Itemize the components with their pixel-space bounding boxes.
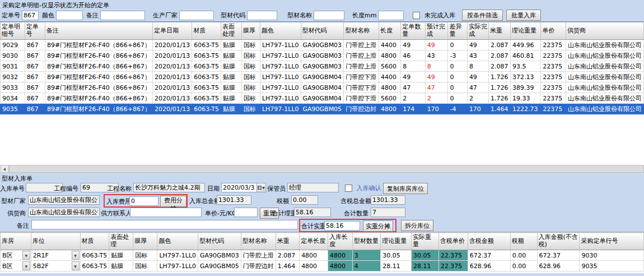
cell[interactable]: 170 <box>425 104 448 114</box>
cell[interactable]: 22375 <box>541 104 566 114</box>
cell[interactable]: 5600 <box>379 61 401 72</box>
table-row[interactable]: 903086789#门框型材F26-F40（866+867）2020/01/13… <box>1 50 644 61</box>
cell[interactable]: 89#门框型材F26-F40（866+867） <box>45 82 152 93</box>
cell[interactable]: 2 <box>425 93 448 104</box>
cell[interactable]: LH797-1LL0 <box>260 104 301 114</box>
cell[interactable]: 2020/01/13 <box>152 104 192 114</box>
dropdown-arrow-icon[interactable]: ▼ <box>22 251 30 260</box>
fee-share-button[interactable]: 费用分摊 <box>160 196 186 207</box>
manufacturer-input[interactable] <box>179 11 214 20</box>
cell[interactable]: GA90GBM04 <box>301 82 344 93</box>
cell[interactable]: 0 <box>448 40 467 50</box>
cell[interactable]: 国标 <box>241 72 260 82</box>
cell[interactable]: 1.726 <box>488 93 510 104</box>
column-header[interactable]: 理论重量 <box>511 22 541 40</box>
column-header[interactable]: 米重 <box>488 22 510 40</box>
cell[interactable]: 8 <box>401 61 426 72</box>
cell[interactable]: 6063-T5 <box>192 40 221 50</box>
cell[interactable]: 49 <box>401 40 426 50</box>
cell[interactable]: B区▼ <box>1 261 31 272</box>
cell[interactable]: 30.05 <box>381 250 412 261</box>
cell[interactable]: 9030 <box>1 50 25 61</box>
cell[interactable]: 山东南山铝业股份有限公司 <box>566 82 643 93</box>
cell[interactable]: 门带腔边封 <box>344 104 379 114</box>
table-row[interactable]: 903386789#门框型材F26-F40（866+867）2020/01/13… <box>1 82 644 93</box>
contact-input[interactable] <box>130 208 202 217</box>
cell[interactable]: 4800 <box>328 261 353 272</box>
cell[interactable]: 47 <box>467 82 488 93</box>
table-row[interactable]: 903286789#门框型材F26-F40（866+867）2020/01/13… <box>1 72 644 82</box>
cell[interactable]: GA90GBM03 <box>301 50 344 61</box>
unfinished-checkbox[interactable] <box>413 12 420 19</box>
cell[interactable]: 22375 <box>541 82 566 93</box>
column-header[interactable]: 定单号 <box>25 22 45 40</box>
cell[interactable]: 4800 <box>379 82 401 93</box>
cell[interactable]: 89#门框型材F26-F40（866+867） <box>45 40 152 50</box>
filter-by-condition-button[interactable]: 按条件筛选 <box>462 10 503 21</box>
cell[interactable]: 山东南山铝业股份有限公司 <box>566 40 643 50</box>
cell[interactable]: 4400 <box>379 40 401 50</box>
cell[interactable]: 国标 <box>133 250 157 261</box>
cell[interactable]: 贴膜 <box>221 72 242 82</box>
column-header[interactable]: 膜厚 <box>133 233 157 250</box>
cell[interactable]: 460.81 <box>511 50 541 61</box>
column-header[interactable]: 定单明细号 <box>1 22 25 40</box>
cell[interactable]: 672.37 <box>468 250 510 261</box>
column-header[interactable]: 型材名称 <box>241 233 276 250</box>
cell[interactable]: 4800 <box>300 250 328 261</box>
column-header[interactable]: 材质 <box>80 233 109 250</box>
cell[interactable]: 5B2F▼ <box>31 261 80 272</box>
cell[interactable]: 867 <box>25 93 45 104</box>
unit-price-input[interactable] <box>234 208 258 217</box>
cell[interactable]: 47 <box>401 82 426 93</box>
column-header[interactable]: 定单日期 <box>152 22 192 40</box>
cell[interactable]: 5600 <box>379 93 401 104</box>
cell[interactable]: 867 <box>25 61 45 72</box>
calendar-dropdown-icon[interactable]: ▼ <box>257 183 266 192</box>
cell[interactable]: GA90GBM04 <box>301 72 344 82</box>
cell[interactable]: 867 <box>25 40 45 50</box>
cell[interactable]: 22375 <box>541 93 566 104</box>
cell[interactable]: 国标 <box>241 50 260 61</box>
horizontal-scrollbar[interactable] <box>0 165 644 173</box>
column-header[interactable]: 库位 <box>31 233 80 250</box>
cell[interactable]: 49 <box>425 40 448 50</box>
cell[interactable]: 门带腔下滑 <box>344 93 379 104</box>
dropdown-arrow-icon[interactable]: ▼ <box>72 261 80 270</box>
cell[interactable]: 4 <box>352 261 380 272</box>
cell[interactable]: LH797-1LL0 <box>260 40 301 50</box>
cell[interactable]: 372.13 <box>511 72 541 82</box>
cell[interactable]: 0 <box>448 93 467 104</box>
cell[interactable]: 22.375 <box>438 250 468 261</box>
cell[interactable]: 4800 <box>379 50 401 61</box>
cell[interactable]: 门带腔下滑 <box>344 82 379 93</box>
cell[interactable]: 4800 <box>379 104 401 114</box>
cell[interactable]: 174 <box>401 104 426 114</box>
cell[interactable]: 49 <box>425 72 448 82</box>
column-header[interactable]: 表面处理 <box>221 22 242 40</box>
cell[interactable]: 2020/01/13 <box>152 50 192 61</box>
cell[interactable]: 89#门框型材F26-F40（866+867） <box>45 72 152 82</box>
column-header[interactable]: 含税金额 <box>468 233 510 250</box>
table-row[interactable]: 902986789#门框型材F26-F40（866+867）2020/01/13… <box>1 40 644 50</box>
cell[interactable]: 贴膜 <box>221 40 242 50</box>
cell[interactable]: 山东南山铝业股份有限公司 <box>566 50 643 61</box>
cell[interactable]: 8 <box>425 61 448 72</box>
cell[interactable]: 国标 <box>241 82 260 93</box>
cell[interactable]: 6063-T5 <box>80 261 109 272</box>
cell[interactable]: 国标 <box>133 261 157 272</box>
cell[interactable]: 28.11 <box>381 261 412 272</box>
column-header[interactable]: 米重 <box>276 233 299 250</box>
column-header[interactable]: 实际完成 <box>467 22 488 40</box>
cell[interactable]: 1222.73 <box>511 104 541 114</box>
column-header[interactable]: 定单数量 <box>401 22 426 40</box>
column-header[interactable]: 长度 <box>379 22 401 40</box>
cell[interactable]: 4800 <box>328 250 353 261</box>
scrollbar-thumb[interactable] <box>9 165 644 173</box>
cell[interactable]: 6063-T5 <box>192 61 221 72</box>
remark-input[interactable] <box>31 220 298 229</box>
column-header[interactable]: 颜色 <box>157 233 198 250</box>
cell[interactable]: 2020/01/13 <box>152 72 192 82</box>
cell[interactable]: LH797-1LL0 <box>260 72 301 82</box>
cell[interactable]: 6063-T5 <box>192 93 221 104</box>
